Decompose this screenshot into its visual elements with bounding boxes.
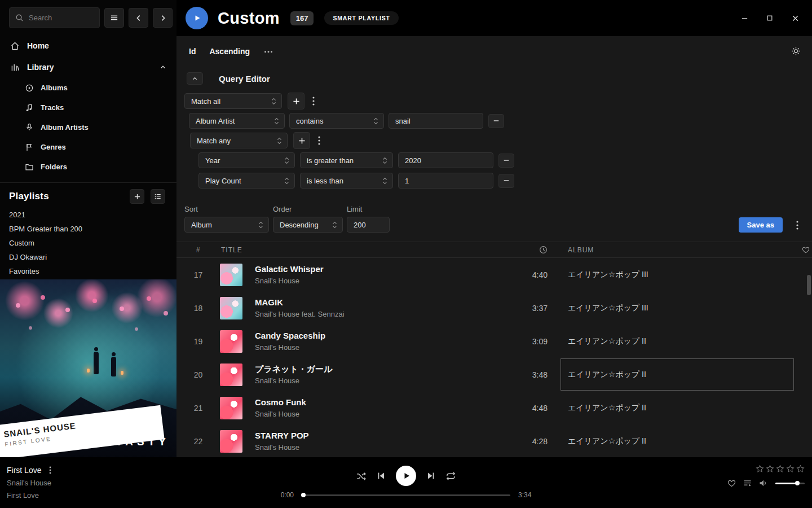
track-album[interactable]: エイリアン☆ポップ III [568,291,799,325]
column-header-favorite[interactable] [799,246,812,253]
add-rule-button[interactable] [288,93,304,110]
save-menu-button[interactable] [793,221,802,230]
play-button[interactable] [396,466,416,486]
star-icon[interactable] [796,465,805,473]
rule-operator-select[interactable]: is less than [300,173,393,189]
sort-select[interactable]: Album [184,217,269,233]
column-header-index[interactable]: # [176,246,220,254]
playlist-item-2021[interactable]: 2021 [0,208,176,222]
table-row[interactable]: 21 Cosmo Funk Snail's House 4:48 エイリアン☆ポ… [176,391,812,424]
queue-icon [743,479,752,487]
group-menu-button[interactable] [309,97,318,106]
track-album[interactable]: エイリアン☆ポップ III [568,258,799,291]
close-button[interactable] [791,14,800,23]
next-button[interactable] [426,471,435,480]
root-match-select[interactable]: Match all [184,93,282,109]
star-icon[interactable] [756,465,764,473]
library-collapse-toggle[interactable] [160,64,166,71]
track-table-header: # TITLE ALBUM [176,242,812,258]
sidebar-item-folders[interactable]: Folders [0,157,176,177]
repeat-button[interactable] [445,471,456,481]
sidebar-item-library[interactable]: Library [0,56,176,78]
table-row[interactable]: 22 STARRY POP Snail's House 4:28 エイリアン☆ポ… [176,424,812,457]
query-editor-collapse-button[interactable] [187,72,203,85]
scrollbar-thumb[interactable] [807,275,811,295]
playlist-item-bpm-greater-than-200[interactable]: BPM Greater than 200 [0,222,176,236]
group-menu-button[interactable] [315,136,324,145]
forward-button[interactable] [153,8,173,28]
maximize-button[interactable] [765,14,774,23]
library-icon [10,63,20,72]
column-header-duration[interactable] [497,246,548,254]
sidebar-item-albums[interactable]: Albums [0,78,176,98]
now-playing-album-art[interactable]: SNAIL'S HOUSE FIRST LOVE TASTY [0,279,176,457]
order-select[interactable]: Descending [273,217,343,233]
play-playlist-button[interactable] [186,7,208,29]
volume-handle[interactable] [795,481,800,485]
playlist-item-dj-okawari[interactable]: DJ Okawari [0,250,176,264]
volume-fill [775,483,797,484]
add-playlist-button[interactable] [130,189,144,204]
progress-handle[interactable] [301,493,306,497]
settings-button[interactable] [791,46,801,56]
track-album[interactable]: エイリアン☆ポップ II [568,325,799,358]
volume-button[interactable] [759,479,768,487]
minimize-button[interactable] [740,14,749,23]
maximize-icon [766,15,773,21]
table-row[interactable]: 19 Candy Spaceship Snail's House 3:09 エイ… [176,325,812,358]
star-icon[interactable] [776,465,784,473]
remove-rule-button[interactable] [498,174,514,188]
table-row[interactable]: 18 MAGIK Snail's House feat. Sennzai 3:3… [176,291,812,325]
limit-input[interactable] [347,217,390,233]
sort-field-button[interactable]: Id [189,47,196,56]
column-header-title[interactable]: TITLE [220,246,242,254]
table-row[interactable]: 17 Galactic Whisper Snail's House 4:40 エ… [176,258,812,291]
track-album[interactable]: エイリアン☆ポップ II [568,424,799,457]
rule-operator-select[interactable]: is greater than [300,152,393,168]
track-album-focused[interactable]: エイリアン☆ポップ II [568,358,799,391]
back-button[interactable] [129,8,148,28]
playlist-item-custom[interactable]: Custom [0,236,176,250]
queue-button[interactable] [743,479,752,487]
sidebar-item-album-artists[interactable]: Album Artists [0,117,176,137]
rule-field-select[interactable]: Album Artist [189,113,285,129]
menu-button[interactable] [104,8,124,28]
search-input[interactable] [28,8,96,28]
rule-value-input[interactable] [398,173,493,189]
music-note-icon [25,103,34,112]
playlist-item-favorites[interactable]: Favorites [0,264,176,278]
group-match-select[interactable]: Match any [190,133,288,148]
sidebar-item-genres[interactable]: Genres [0,137,176,157]
rule-value-input[interactable] [389,113,483,129]
track-menu-button[interactable] [49,466,51,474]
sidebar-item-label: Tracks [41,103,64,112]
rule-field-select[interactable]: Year [198,152,295,168]
track-album[interactable]: エイリアン☆ポップ II [568,391,799,424]
chevron-up-down-icon [332,221,337,229]
progress-bar[interactable] [302,494,510,496]
save-as-button[interactable]: Save as [739,217,783,233]
shuffle-button[interactable] [356,471,367,481]
toolbar-more-button[interactable] [264,50,273,53]
artwork-figure [111,357,116,376]
total-time: 3:34 [518,491,544,499]
sidebar-item-tracks[interactable]: Tracks [0,98,176,117]
album-thumbnail [220,264,242,286]
favorite-button[interactable] [727,479,736,487]
star-icon[interactable] [766,465,774,473]
remove-rule-button[interactable] [488,114,504,128]
search-box[interactable] [9,7,100,28]
sidebar-item-home[interactable]: Home [0,35,176,56]
rule-field-select[interactable]: Play Count [198,173,295,189]
playlist-view-button[interactable] [151,189,165,204]
column-header-album[interactable]: ALBUM [568,242,799,257]
rule-operator-select[interactable]: contains [289,113,384,129]
star-icon[interactable] [786,465,795,473]
previous-button[interactable] [377,471,386,480]
volume-slider[interactable] [775,483,805,484]
add-rule-button[interactable] [293,132,310,149]
sort-direction-button[interactable]: Ascending [209,47,250,56]
remove-rule-button[interactable] [498,154,514,168]
rule-value-input[interactable] [398,152,493,168]
table-row[interactable]: 20 プラネット・ガール Snail's House 3:48 エイリアン☆ポッ… [176,358,812,391]
